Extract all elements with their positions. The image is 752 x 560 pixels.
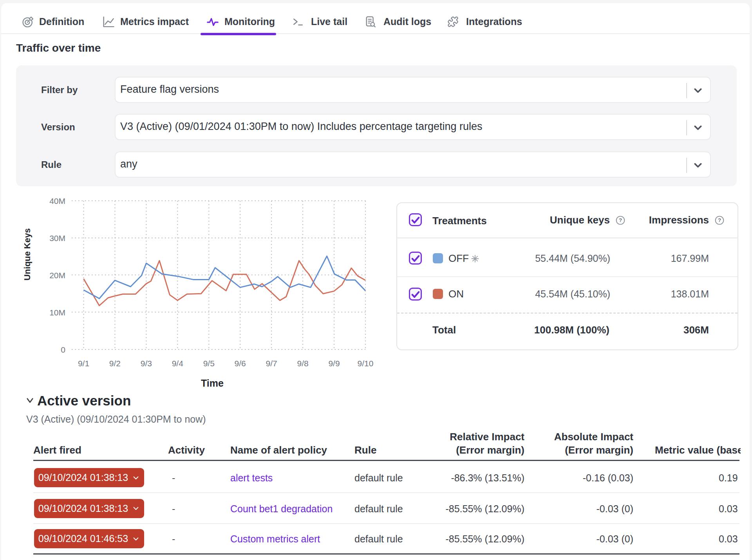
svg-text:Unique Keys: Unique Keys bbox=[22, 228, 32, 280]
svg-text:40M: 40M bbox=[49, 196, 65, 205]
svg-text:?: ? bbox=[718, 217, 721, 223]
svg-text:9/10: 9/10 bbox=[358, 359, 374, 368]
svg-text:Time: Time bbox=[201, 378, 224, 389]
svg-text:9/7: 9/7 bbox=[266, 359, 277, 368]
svg-text:9/4: 9/4 bbox=[172, 359, 184, 368]
svg-text:10M: 10M bbox=[49, 308, 65, 317]
svg-text:?: ? bbox=[619, 217, 622, 223]
svg-text:0: 0 bbox=[61, 345, 65, 354]
svg-text:9/2: 9/2 bbox=[109, 359, 121, 368]
svg-text:9/9: 9/9 bbox=[328, 359, 340, 368]
svg-text:9/1: 9/1 bbox=[78, 359, 89, 368]
svg-text:9/3: 9/3 bbox=[141, 359, 152, 368]
svg-text:9/5: 9/5 bbox=[203, 359, 215, 368]
svg-text:20M: 20M bbox=[49, 271, 65, 280]
svg-text:9/8: 9/8 bbox=[297, 359, 308, 368]
svg-text:30M: 30M bbox=[49, 234, 65, 243]
svg-text:9/6: 9/6 bbox=[235, 359, 246, 368]
